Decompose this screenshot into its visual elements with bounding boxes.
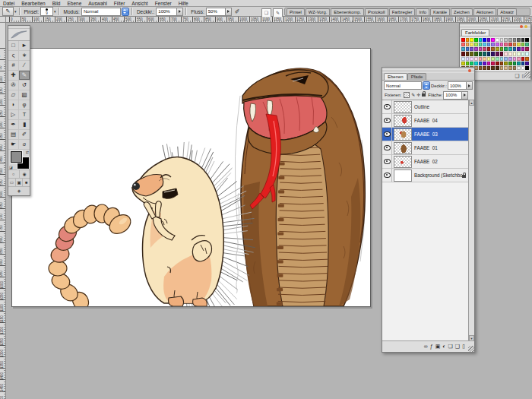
swatch[interactable] <box>479 62 483 65</box>
vertical-ruler[interactable]: 0501001502002503003504004505005506006507… <box>0 23 6 399</box>
swatch[interactable] <box>513 62 517 65</box>
opacity-field[interactable]: 100% <box>156 8 177 16</box>
swatch[interactable] <box>504 62 508 65</box>
swatch[interactable] <box>496 47 499 51</box>
scroll-up-icon[interactable]: ▲ <box>469 100 474 106</box>
swap-colors-icon[interactable]: ⇄ <box>26 150 29 154</box>
swatch[interactable] <box>521 43 525 46</box>
swatch[interactable] <box>470 43 473 46</box>
swatch[interactable] <box>483 52 486 55</box>
crop-tool[interactable]: # <box>8 61 19 71</box>
swatch[interactable] <box>496 57 499 61</box>
menu-ansicht[interactable]: Ansicht <box>131 1 147 6</box>
menu-filter[interactable]: Filter <box>114 1 125 6</box>
swatch[interactable] <box>470 47 473 51</box>
palette-tab-absatz[interactable]: Absatz <box>497 8 517 15</box>
brush-preset-picker[interactable]: 9 <box>40 7 53 16</box>
tab-ebenen[interactable]: Ebenen <box>384 73 407 80</box>
swatch[interactable] <box>483 38 486 42</box>
swatch[interactable] <box>461 43 465 46</box>
swatch[interactable] <box>525 57 529 61</box>
swatch[interactable] <box>508 52 512 55</box>
swatch[interactable] <box>479 57 483 61</box>
layer-blend-mode-select[interactable]: Normal <box>384 81 422 90</box>
swatch[interactable] <box>525 62 529 65</box>
swatch[interactable] <box>474 43 478 46</box>
swatch[interactable] <box>466 57 470 61</box>
swatch[interactable] <box>525 38 529 42</box>
swatch[interactable] <box>525 43 529 46</box>
swatch[interactable] <box>470 62 473 65</box>
swatch[interactable] <box>504 66 508 70</box>
dodge-tool[interactable]: φ <box>19 100 30 110</box>
swatch[interactable] <box>525 52 529 55</box>
swatches-titlebar[interactable] <box>460 24 530 29</box>
visibility-toggle[interactable] <box>382 169 392 182</box>
eyedropper-tool[interactable]: ✐ <box>19 130 30 140</box>
palette-tab-farbregler[interactable]: Farbregler <box>389 8 416 15</box>
type-tool[interactable]: T <box>19 110 30 120</box>
horizontal-ruler[interactable]: 0501001502002503003504004505005506006507… <box>6 17 532 23</box>
swatch[interactable] <box>491 43 495 46</box>
swatch[interactable] <box>483 62 486 65</box>
swatch[interactable] <box>466 62 470 65</box>
swatch[interactable] <box>500 62 504 65</box>
swatch[interactable] <box>491 52 495 55</box>
swatch[interactable] <box>504 43 508 46</box>
swatch[interactable] <box>474 62 478 65</box>
fill-field[interactable]: 100% <box>443 91 462 100</box>
swatch[interactable] <box>487 52 491 55</box>
swatch[interactable] <box>491 38 495 42</box>
blend-mode-select[interactable]: Normal <box>81 8 121 16</box>
swatch[interactable] <box>461 62 465 65</box>
swatch[interactable] <box>483 43 486 46</box>
layer-mask-icon[interactable]: ▣ <box>435 342 441 351</box>
brushes-palette-button[interactable]: ✎ <box>273 8 283 17</box>
layer-row[interactable]: Outline <box>382 100 468 114</box>
menu-auswahl[interactable]: Auswahl <box>88 1 107 6</box>
swatch[interactable] <box>466 52 470 55</box>
swatch[interactable] <box>491 47 495 51</box>
slice-tool[interactable]: ∕ <box>19 61 30 71</box>
tab-pfade[interactable]: Pfade <box>407 73 427 80</box>
hand-tool[interactable]: ☛ <box>8 140 19 150</box>
gradient-tool[interactable]: ▧ <box>19 90 30 100</box>
swatch[interactable] <box>479 38 483 42</box>
swatch[interactable] <box>491 66 495 70</box>
swatch[interactable] <box>513 38 517 42</box>
lasso-tool[interactable]: ς <box>8 51 19 61</box>
standard-mode-icon[interactable]: ○ <box>8 170 20 178</box>
flow-field[interactable]: 50% <box>206 8 226 16</box>
blur-tool[interactable]: ◗ <box>8 100 19 110</box>
layer-blend-stepper[interactable] <box>423 81 430 90</box>
screen-mode-0-icon[interactable]: ▭ <box>8 179 16 186</box>
layer-row[interactable]: FAABE_03 <box>382 128 468 141</box>
swatch[interactable] <box>508 66 512 70</box>
path-selection-tool[interactable]: ▷ <box>8 110 19 120</box>
swatch[interactable] <box>521 47 525 51</box>
swatch[interactable] <box>479 66 483 70</box>
palette-tab-info[interactable]: Info <box>416 8 429 15</box>
resize-grip[interactable] <box>468 346 474 352</box>
swatch[interactable] <box>521 52 525 55</box>
swatch[interactable] <box>474 38 478 42</box>
swatch[interactable] <box>470 38 473 42</box>
palette-tab-kanäle[interactable]: Kanäle <box>430 8 450 15</box>
layer-row[interactable]: FAABE_01 <box>382 141 468 155</box>
palette-tab-zeichen[interactable]: Zeichen <box>451 8 473 15</box>
swatch[interactable] <box>496 43 499 46</box>
swatch[interactable] <box>487 66 491 70</box>
swatch[interactable] <box>474 47 478 51</box>
swatch[interactable] <box>483 66 486 70</box>
swatch[interactable] <box>521 66 525 70</box>
minimize-icon[interactable] <box>524 25 527 28</box>
screen-mode-1-icon[interactable]: ▣ <box>16 179 24 186</box>
layer-row[interactable]: FAABE_04 <box>382 114 468 128</box>
swatch[interactable] <box>513 66 517 70</box>
swatch[interactable] <box>500 47 504 51</box>
close-icon[interactable] <box>520 25 523 28</box>
new-layer-icon[interactable]: ❑ <box>455 342 460 351</box>
brush-tool[interactable]: ✎ <box>19 71 30 81</box>
quickmask-mode-icon[interactable]: ◉ <box>20 170 30 178</box>
swatch[interactable] <box>470 57 473 61</box>
